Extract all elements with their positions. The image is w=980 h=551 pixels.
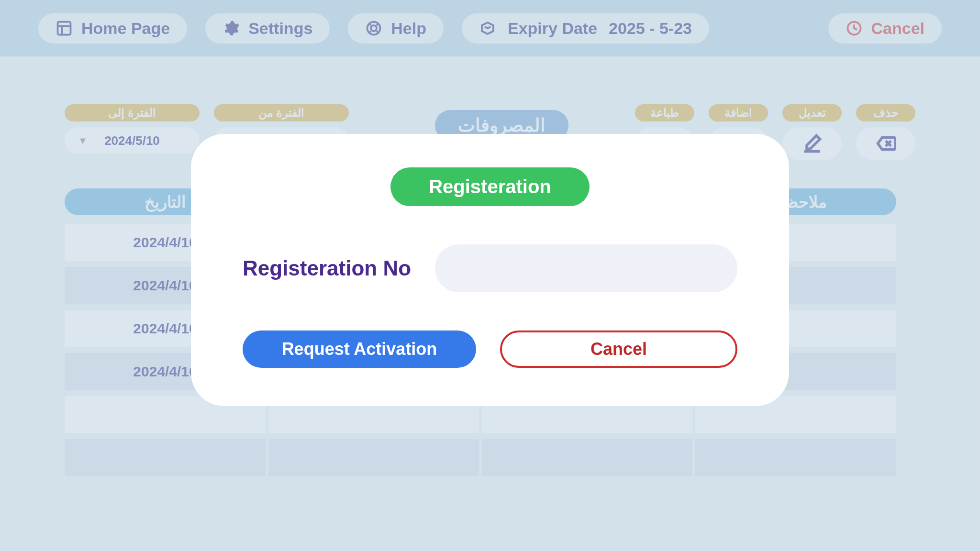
modal-overlay: Registeration Registeration No Request A…: [0, 0, 980, 551]
registration-modal: Registeration Registeration No Request A…: [191, 134, 789, 406]
registration-no-row: Registeration No: [234, 244, 746, 292]
modal-cancel-button[interactable]: Cancel: [500, 331, 737, 368]
modal-actions: Request Activation Cancel: [234, 331, 746, 368]
registration-no-input[interactable]: [435, 244, 737, 292]
request-activation-label: Request Activation: [282, 339, 437, 359]
modal-cancel-label: Cancel: [590, 339, 647, 359]
registration-no-label: Registeration No: [243, 256, 411, 280]
modal-title: Registeration: [390, 167, 590, 206]
request-activation-button[interactable]: Request Activation: [243, 331, 476, 368]
